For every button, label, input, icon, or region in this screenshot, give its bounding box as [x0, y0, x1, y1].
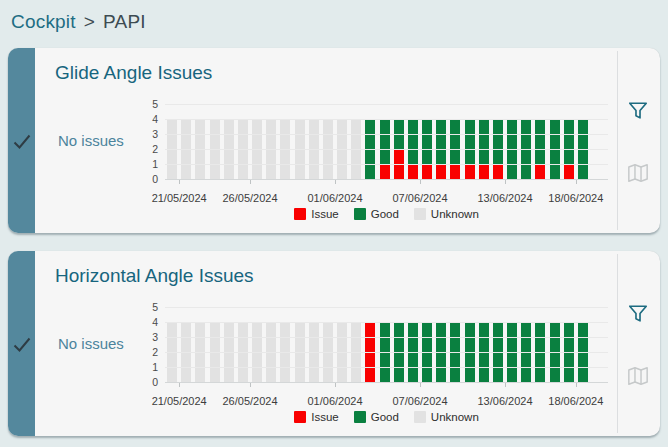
gridline — [165, 307, 608, 308]
gridline — [165, 104, 608, 105]
bar-stack[interactable] — [507, 307, 517, 382]
map-button[interactable] — [625, 363, 651, 389]
bar-stack[interactable] — [337, 307, 347, 382]
bar-stack[interactable] — [436, 104, 446, 179]
bar-stack[interactable] — [535, 307, 545, 382]
horizontal-angle-chart: 54321021/05/202426/05/202401/06/202407/0… — [8, 251, 660, 436]
x-tick-mark — [576, 383, 577, 387]
bar-segment-issue — [493, 164, 503, 179]
bar-stack[interactable] — [564, 104, 574, 179]
bar-segment-good — [450, 119, 460, 164]
bar-stack[interactable] — [309, 307, 319, 382]
bar-segment-issue — [380, 164, 390, 179]
bar-stack[interactable] — [436, 307, 446, 382]
bar-stack[interactable] — [365, 104, 375, 179]
breadcrumb-link-cockpit[interactable]: Cockpit — [11, 11, 76, 33]
y-tick-label: 5 — [126, 300, 158, 314]
x-axis-line — [165, 382, 608, 383]
bar-stack[interactable] — [465, 104, 475, 179]
bar-stack[interactable] — [422, 307, 432, 382]
bar-stack[interactable] — [479, 307, 489, 382]
legend-label: Good — [371, 208, 399, 220]
bar-stack[interactable] — [252, 307, 262, 382]
bar-segment-good — [493, 119, 503, 164]
bar-stack[interactable] — [323, 104, 333, 179]
bar-stack[interactable] — [578, 307, 588, 382]
bar-stack[interactable] — [266, 104, 276, 179]
y-tick-label: 4 — [126, 112, 158, 126]
bar-stack[interactable] — [280, 104, 290, 179]
bar-stack[interactable] — [450, 104, 460, 179]
bar-stack[interactable] — [195, 307, 205, 382]
legend-label: Unknown — [431, 208, 479, 220]
bar-stack[interactable] — [210, 307, 220, 382]
legend-item-good[interactable]: Good — [354, 208, 399, 220]
bar-stack[interactable] — [380, 307, 390, 382]
filter-button[interactable] — [625, 301, 651, 327]
bar-stack[interactable] — [422, 104, 432, 179]
legend-item-unknown[interactable]: Unknown — [414, 208, 479, 220]
y-tick-label: 5 — [126, 97, 158, 111]
bar-stack[interactable] — [521, 104, 531, 179]
bar-segment-issue — [436, 164, 446, 179]
bar-stack[interactable] — [167, 104, 177, 179]
bar-stack[interactable] — [465, 307, 475, 382]
bar-stack[interactable] — [210, 104, 220, 179]
bar-stack[interactable] — [380, 104, 390, 179]
card-divider — [617, 51, 618, 230]
map-button[interactable] — [625, 160, 651, 186]
horizontal-angle-card: Horizontal Angle Issues No issues 543210… — [8, 251, 660, 436]
bar-stack[interactable] — [394, 104, 404, 179]
chart-legend: IssueGoodUnknown — [165, 208, 608, 220]
filter-button[interactable] — [625, 98, 651, 124]
bar-segment-issue — [422, 164, 432, 179]
bar-stack[interactable] — [351, 104, 361, 179]
bar-stack[interactable] — [309, 104, 319, 179]
bar-segment-issue — [479, 164, 489, 179]
bar-stack[interactable] — [181, 307, 191, 382]
bar-stack[interactable] — [550, 104, 560, 179]
bar-stack[interactable] — [493, 104, 503, 179]
bar-stack[interactable] — [295, 307, 305, 382]
filter-icon — [627, 303, 649, 325]
bar-stack[interactable] — [564, 307, 574, 382]
bar-stack[interactable] — [337, 104, 347, 179]
legend-swatch — [414, 208, 426, 220]
bar-stack[interactable] — [323, 307, 333, 382]
legend-item-good[interactable]: Good — [354, 411, 399, 423]
legend-item-issue[interactable]: Issue — [294, 411, 339, 423]
gridline — [165, 149, 608, 150]
legend-item-issue[interactable]: Issue — [294, 208, 339, 220]
bar-stack[interactable] — [408, 104, 418, 179]
bar-stack[interactable] — [394, 307, 404, 382]
bar-stack[interactable] — [238, 104, 248, 179]
bar-stack[interactable] — [507, 104, 517, 179]
bar-stack[interactable] — [493, 307, 503, 382]
bar-stack[interactable] — [550, 307, 560, 382]
x-tick-mark — [505, 383, 506, 387]
bar-stack[interactable] — [167, 307, 177, 382]
bar-stack[interactable] — [479, 104, 489, 179]
bar-stack[interactable] — [224, 307, 234, 382]
bar-stack[interactable] — [181, 104, 191, 179]
legend-item-unknown[interactable]: Unknown — [414, 411, 479, 423]
bar-stack[interactable] — [224, 104, 234, 179]
bar-stack[interactable] — [408, 307, 418, 382]
legend-swatch — [354, 208, 366, 220]
bar-stack[interactable] — [365, 307, 375, 382]
bar-stack[interactable] — [266, 307, 276, 382]
bar-stack[interactable] — [295, 104, 305, 179]
bar-stack[interactable] — [535, 104, 545, 179]
bar-stack[interactable] — [351, 307, 361, 382]
bar-stack[interactable] — [450, 307, 460, 382]
bar-stack[interactable] — [280, 307, 290, 382]
bar-stack[interactable] — [578, 104, 588, 179]
bar-stack[interactable] — [252, 104, 262, 179]
y-tick-label: 4 — [126, 315, 158, 329]
gridline — [165, 367, 608, 368]
bar-segment-good — [479, 119, 489, 164]
gridline — [165, 352, 608, 353]
bar-stack[interactable] — [521, 307, 531, 382]
bar-stack[interactable] — [238, 307, 248, 382]
bar-stack[interactable] — [195, 104, 205, 179]
